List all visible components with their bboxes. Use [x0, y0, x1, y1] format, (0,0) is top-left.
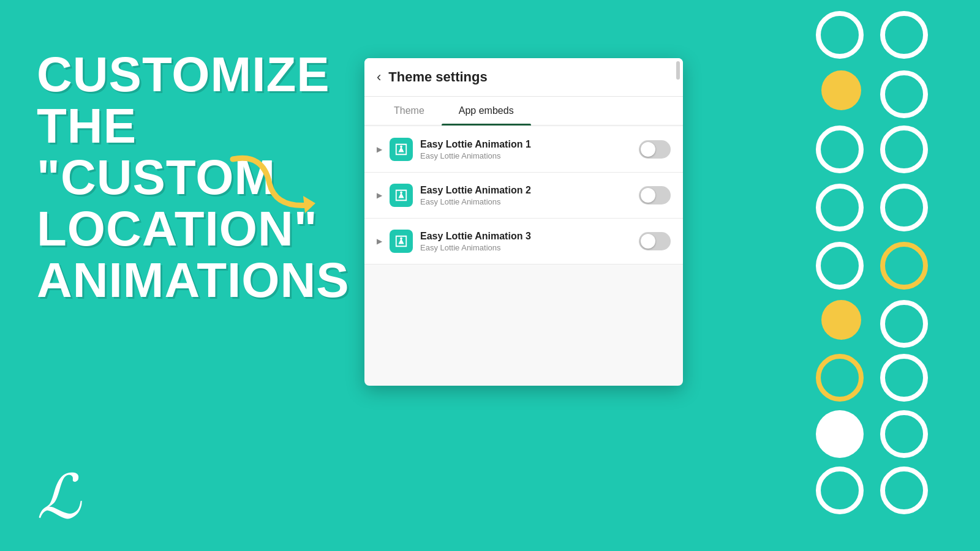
expand-arrow-2[interactable]: ▶ [377, 191, 382, 200]
toggle-2[interactable] [639, 186, 671, 204]
embed-info-2: Easy Lottie Animation 2 Easy Lottie Anim… [420, 185, 631, 206]
svg-point-3 [400, 238, 402, 240]
circle-3 [816, 184, 864, 231]
circle-10 [880, 70, 928, 118]
lottie-icon-1 [394, 143, 408, 156]
expand-arrow-1[interactable]: ▶ [377, 145, 382, 154]
circle-2 [816, 126, 864, 173]
circle-12 [880, 184, 928, 231]
embed-name-1: Easy Lottie Animation 1 [420, 139, 631, 150]
toggle-1[interactable] [639, 140, 671, 159]
circle-15 [880, 354, 928, 402]
embed-info-1: Easy Lottie Animation 1 Easy Lottie Anim… [420, 139, 631, 160]
svg-point-1 [400, 146, 402, 148]
circle-7 [816, 410, 864, 458]
tab-app-embeds[interactable]: App embeds [442, 97, 531, 125]
embed-subtitle-3: Easy Lottie Animations [420, 243, 631, 252]
circle-16 [880, 410, 928, 458]
embed-item-3: ▶ Easy Lottie Animation 3 Easy Lottie An… [364, 219, 683, 264]
circle-6 [816, 354, 864, 402]
circle-13 [880, 242, 928, 290]
tab-theme[interactable]: Theme [377, 97, 442, 125]
card-header: ‹ Theme settings [364, 58, 683, 97]
scroll-indicator [676, 61, 680, 80]
circle-4 [816, 242, 864, 290]
circle-14 [880, 300, 928, 348]
lottie-icon-3 [394, 234, 408, 248]
embed-subtitle-2: Easy Lottie Animations [420, 197, 631, 206]
arrow-icon [214, 147, 337, 227]
circle-0 [816, 11, 864, 59]
lottie-icon-2 [394, 189, 408, 202]
circle-9 [880, 11, 928, 59]
circle-11 [880, 126, 928, 173]
embed-name-3: Easy Lottie Animation 3 [420, 231, 631, 242]
embed-info-3: Easy Lottie Animation 3 Easy Lottie Anim… [420, 231, 631, 252]
theme-settings-card: ‹ Theme settings Theme App embeds ▶ Easy… [364, 58, 683, 386]
circle-5 [821, 300, 861, 340]
app-icon-3 [390, 230, 413, 253]
back-button[interactable]: ‹ [377, 69, 381, 85]
svg-point-2 [400, 192, 402, 194]
app-icon-2 [390, 184, 413, 207]
toggle-3[interactable] [639, 232, 671, 250]
app-icon-1 [390, 138, 413, 161]
embed-list: ▶ Easy Lottie Animation 1 Easy Lottie An… [364, 127, 683, 264]
svg-marker-0 [303, 196, 315, 213]
expand-arrow-3[interactable]: ▶ [377, 237, 382, 246]
embed-item-1: ▶ Easy Lottie Animation 1 Easy Lottie An… [364, 127, 683, 173]
circle-17 [880, 467, 928, 514]
circle-1 [821, 70, 861, 110]
card-title: Theme settings [388, 69, 487, 85]
logo-icon: ℒ [37, 461, 81, 533]
embed-name-2: Easy Lottie Animation 2 [420, 185, 631, 196]
embed-item-2: ▶ Easy Lottie Animation 2 Easy Lottie An… [364, 173, 683, 219]
embed-subtitle-1: Easy Lottie Animations [420, 151, 631, 160]
tabs-bar: Theme App embeds [364, 97, 683, 126]
circle-8 [816, 467, 864, 514]
